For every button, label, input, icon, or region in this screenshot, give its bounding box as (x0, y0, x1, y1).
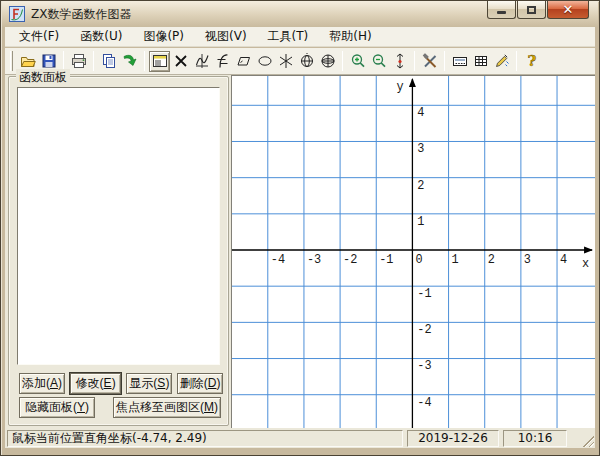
svg-text:1: 1 (452, 253, 459, 267)
close-icon: ✕ (563, 3, 574, 16)
toolbar-separator (144, 51, 145, 71)
maximize-icon (527, 6, 536, 14)
hide-panel-button[interactable]: 隐藏面板(Y) (19, 397, 95, 418)
print-icon (71, 53, 87, 69)
toolbar-grip-handle[interactable] (10, 51, 13, 71)
calculator-icon (452, 53, 468, 69)
add-button-label: 添加(A) (22, 375, 62, 392)
ellipse-icon (257, 53, 273, 69)
toolbar-separator (444, 51, 445, 71)
graph-area[interactable]: -4-3-2-101234-4-3-2-11234xy (231, 75, 595, 428)
panel-button-row-1: 添加(A)修改(E)显示(S)删除(D) (19, 373, 228, 394)
toolbar-separator (93, 51, 94, 71)
function-panel-groupbox: 函数面板 添加(A)修改(E)显示(S)删除(D) 隐藏面板(Y)焦点移至画图区… (8, 76, 229, 426)
main-area: 函数面板 添加(A)修改(E)显示(S)删除(D) 隐藏面板(Y)焦点移至画图区… (5, 75, 595, 428)
toolbar-separator (414, 51, 415, 71)
coordinate-grid[interactable]: -4-3-2-101234-4-3-2-11234xy (232, 76, 595, 428)
globe-icon (320, 53, 336, 69)
minimize-icon (497, 11, 506, 14)
settings-pen-icon (494, 53, 510, 69)
panel-button-row-2: 隐藏面板(Y)焦点移至画图区(M) (19, 397, 228, 418)
window-title: ZX数学函数作图器 (31, 6, 131, 23)
function-list[interactable] (17, 87, 220, 365)
parallelogram-button[interactable] (233, 51, 254, 72)
open-icon (20, 53, 36, 69)
function-panel-title: 函数面板 (16, 69, 70, 86)
svg-text:3: 3 (417, 142, 424, 156)
table-button[interactable] (470, 51, 491, 72)
axes-3d-button[interactable] (275, 51, 296, 72)
sphere-button[interactable] (296, 51, 317, 72)
ellipse-button[interactable] (254, 51, 275, 72)
svg-text:-4: -4 (271, 253, 285, 267)
settings-pen-button[interactable] (491, 51, 512, 72)
zoom-out-button[interactable] (368, 51, 389, 72)
toolbar-separator (63, 51, 64, 71)
export-icon (122, 53, 138, 69)
panel-buttons: 添加(A)修改(E)显示(S)删除(D) 隐藏面板(Y)焦点移至画图区(M) (9, 373, 228, 421)
menu-item-image[interactable]: 图像(P) (135, 26, 192, 47)
svg-text:-3: -3 (417, 359, 431, 373)
edit-curve-icon (215, 53, 231, 69)
svg-text:x: x (582, 257, 589, 271)
minimize-button[interactable] (487, 1, 516, 19)
copy-button[interactable] (98, 51, 119, 72)
close-button[interactable]: ✕ (547, 1, 589, 19)
function-panel-button[interactable] (149, 51, 170, 72)
menu-item-view[interactable]: 视图(V) (197, 26, 255, 47)
svg-text:4: 4 (560, 253, 567, 267)
function-panel: 函数面板 添加(A)修改(E)显示(S)删除(D) 隐藏面板(Y)焦点移至画图区… (5, 75, 231, 428)
svg-text:3: 3 (524, 253, 531, 267)
help-icon: ? (524, 53, 540, 69)
sphere-icon (299, 53, 315, 69)
axes-3d-icon (278, 53, 294, 69)
menu-item-file[interactable]: 文件(F) (11, 26, 67, 47)
svg-text:1: 1 (417, 215, 424, 229)
resize-grip[interactable] (581, 434, 594, 447)
svg-text:y: y (397, 80, 404, 94)
tools-icon (422, 53, 438, 69)
function-panel-icon (152, 53, 168, 69)
export-button[interactable] (119, 51, 140, 72)
help-button[interactable]: ? (521, 51, 542, 72)
tools-button[interactable] (419, 51, 440, 72)
show-button[interactable]: 显示(S) (126, 373, 172, 394)
plot-curve-icon (194, 53, 210, 69)
calculator-button[interactable] (449, 51, 470, 72)
zoom-in-button[interactable] (347, 51, 368, 72)
svg-text:-1: -1 (417, 287, 431, 301)
status-mouse-position: 鼠标当前位置直角坐标(-4.74, 2.49) (7, 430, 403, 447)
focus-to-canvas-button[interactable]: 焦点移至画图区(M) (113, 397, 221, 418)
delete-button[interactable]: 删除(D) (177, 373, 223, 394)
print-button[interactable] (68, 51, 89, 72)
modify-button[interactable]: 修改(E) (70, 373, 122, 394)
svg-text:-3: -3 (307, 253, 321, 267)
delete-curve-button[interactable] (170, 51, 191, 72)
app-window: ZX数学函数作图器 ✕ 文件(F)函数(U)图像(P)视图(V)工具(T)帮助(… (0, 0, 600, 456)
parallelogram-icon (236, 53, 252, 69)
svg-text:2: 2 (488, 253, 495, 267)
menu-item-help[interactable]: 帮助(H) (321, 26, 379, 47)
add-button[interactable]: 添加(A) (19, 373, 65, 394)
toolbar-separator (342, 51, 343, 71)
svg-text:-2: -2 (417, 323, 431, 337)
toolbar: ? (5, 48, 595, 75)
show-button-label: 显示(S) (129, 375, 169, 392)
titlebar: ZX数学函数作图器 ✕ (2, 1, 598, 27)
svg-text:?: ? (527, 53, 536, 69)
save-icon (41, 53, 57, 69)
plot-curve-button[interactable] (191, 51, 212, 72)
svg-text:-1: -1 (379, 253, 393, 267)
edit-curve-button[interactable] (212, 51, 233, 72)
svg-text:2: 2 (417, 179, 424, 193)
menu-item-tools[interactable]: 工具(T) (260, 26, 317, 47)
copy-icon (101, 53, 117, 69)
globe-button[interactable] (317, 51, 338, 72)
maximize-button[interactable] (517, 1, 546, 19)
status-bar: 鼠标当前位置直角坐标(-4.74, 2.49) 2019-12-26 10:16 (5, 428, 595, 448)
delete-button-label: 删除(D) (180, 375, 221, 392)
modify-button-label: 修改(E) (76, 375, 116, 392)
move-origin-button[interactable] (389, 51, 410, 72)
menu-item-function[interactable]: 函数(U) (72, 26, 130, 47)
app-icon (9, 6, 25, 22)
